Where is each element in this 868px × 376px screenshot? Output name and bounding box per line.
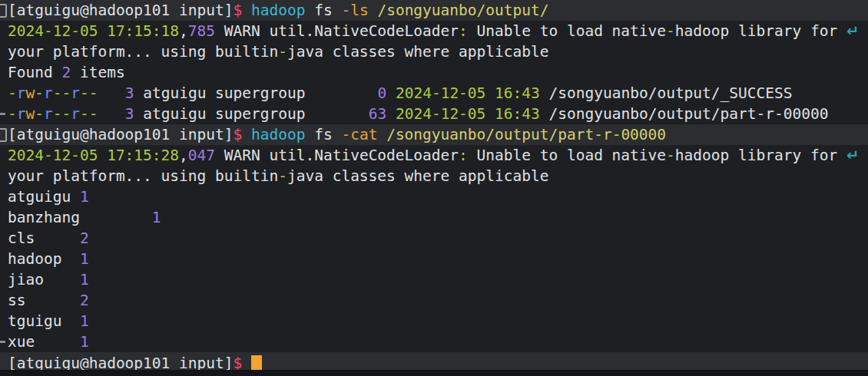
text-segment bbox=[386, 84, 396, 102]
text-segment: -cat bbox=[341, 126, 377, 143]
text-segment: hadoop bbox=[251, 2, 305, 19]
text-segment: w bbox=[26, 105, 35, 123]
terminal-line: Found 2 items bbox=[0, 62, 868, 83]
text-segment: fs bbox=[305, 126, 341, 143]
text-segment: atguigu supergroup bbox=[134, 105, 368, 123]
text-segment: w bbox=[26, 84, 35, 102]
text-segment: 3 bbox=[125, 105, 134, 123]
text-segment: [atguigu@hadoop101 input] bbox=[8, 126, 234, 143]
text-segment: - bbox=[278, 43, 287, 61]
command-block-marker-icon bbox=[0, 4, 7, 18]
terminal-line: banzhang 1 bbox=[0, 207, 868, 228]
text-segment: -ls bbox=[341, 2, 368, 19]
terminal-prompt-line: [atguigu@hadoop101 input]$ hadoop fs -ca… bbox=[0, 124, 868, 145]
text-segment: /songyuanbo/output/part-r-00000 bbox=[540, 105, 829, 123]
text-segment: $ bbox=[234, 126, 243, 143]
text-segment: your platform... using builtin bbox=[8, 167, 278, 185]
terminal-prompt-line: [atguigu@hadoop101 input]$ hadoop fs -ls… bbox=[0, 0, 868, 21]
text-segment: - bbox=[35, 105, 44, 123]
text-segment: 1 bbox=[80, 333, 89, 351]
text-segment: WARN util.NativeCodeLoader bbox=[215, 22, 459, 40]
block-boundary-dash-icon bbox=[0, 341, 5, 343]
text-segment: 047 bbox=[188, 147, 215, 164]
text-segment: atguigu bbox=[8, 188, 80, 206]
text-segment: : bbox=[459, 147, 468, 164]
text-segment: $ bbox=[234, 2, 243, 19]
terminal-line: jiao 1 bbox=[0, 269, 868, 290]
text-segment: java classes where applicable bbox=[287, 43, 548, 61]
terminal-line: tguigu 1 bbox=[0, 311, 868, 331]
text-segment: 785 bbox=[188, 22, 215, 40]
text-segment: Unable to load native bbox=[468, 147, 666, 164]
text-segment: -- bbox=[80, 105, 98, 123]
text-segment: java classes where applicable bbox=[287, 167, 548, 185]
terminal-line: atguigu 1 bbox=[0, 186, 868, 207]
terminal-line: -rw-r--r-- 3 atguigu supergroup 0 2024-1… bbox=[0, 83, 868, 104]
terminal-cursor bbox=[251, 355, 262, 371]
text-segment: 0 bbox=[377, 84, 386, 102]
terminal-line: 2024-12-05 17:15:18,785 WARN util.Native… bbox=[0, 21, 868, 41]
text-segment: - bbox=[666, 147, 675, 164]
text-segment bbox=[369, 2, 378, 19]
command-block-marker-icon bbox=[0, 128, 7, 142]
text-segment bbox=[98, 105, 124, 123]
text-segment: atguigu supergroup bbox=[134, 84, 377, 102]
text-segment: -- bbox=[53, 84, 71, 102]
text-segment bbox=[242, 126, 251, 143]
text-segment: /songyuanbo/output/ bbox=[377, 2, 548, 19]
text-segment: 2 bbox=[80, 292, 89, 309]
text-segment: 2 bbox=[80, 229, 89, 247]
text-segment: cls bbox=[8, 229, 80, 247]
text-segment: 63 bbox=[369, 105, 386, 123]
text-segment: ss bbox=[8, 292, 80, 309]
terminal-line: your platform... using builtin-java clas… bbox=[0, 41, 868, 62]
text-segment: banzhang bbox=[8, 209, 152, 226]
text-segment: 3 bbox=[125, 84, 134, 102]
text-segment: - bbox=[278, 167, 287, 185]
text-segment: 2024-12-05 16:43 bbox=[396, 84, 540, 102]
text-segment: hadoop library for bbox=[675, 22, 846, 40]
text-segment: /songyuanbo/output/_SUCCESS bbox=[540, 84, 793, 102]
text-segment: r bbox=[71, 84, 80, 102]
terminal-line: 2024-12-05 17:15:28,047 WARN util.Native… bbox=[0, 145, 868, 166]
text-segment: hadoop bbox=[8, 250, 80, 268]
terminal-screen[interactable]: [atguigu@hadoop101 input]$ hadoop fs -ls… bbox=[0, 0, 868, 376]
text-segment: r bbox=[44, 84, 53, 102]
terminal-line: hadoop 1 bbox=[0, 249, 868, 269]
block-boundary-dash-icon bbox=[0, 113, 5, 115]
text-segment: - bbox=[35, 84, 44, 102]
terminal-line: cls 2 bbox=[0, 228, 868, 249]
text-segment: 1 bbox=[80, 271, 89, 289]
terminal-line: ss 2 bbox=[0, 290, 868, 311]
text-segment: xue bbox=[8, 333, 80, 351]
text-segment: : bbox=[459, 22, 468, 40]
terminal-output: [atguigu@hadoop101 input]$ hadoop fs -ls… bbox=[0, 0, 868, 373]
text-segment: your platform... using builtin bbox=[8, 43, 278, 61]
line-wrap-icon: ↵ bbox=[846, 147, 859, 164]
terminal-line: xue 1 bbox=[0, 331, 868, 352]
text-segment: 2024-12-05 17:15:18 bbox=[8, 22, 179, 40]
text-segment bbox=[377, 126, 386, 143]
text-segment bbox=[386, 105, 396, 123]
text-segment: , bbox=[179, 22, 188, 40]
text-segment: 2024-12-05 16:43 bbox=[396, 105, 540, 123]
terminal-line: -rw-r--r-- 3 atguigu supergroup 63 2024-… bbox=[0, 104, 868, 124]
terminal-bottom-strip bbox=[0, 370, 868, 376]
text-segment: -- bbox=[80, 84, 98, 102]
text-segment: WARN util.NativeCodeLoader bbox=[215, 147, 459, 164]
text-segment: r bbox=[44, 105, 53, 123]
text-segment: 2 bbox=[61, 64, 71, 81]
text-segment: 1 bbox=[80, 188, 89, 206]
text-segment: 1 bbox=[80, 250, 89, 268]
text-segment: - bbox=[8, 105, 17, 123]
text-segment: r bbox=[17, 84, 26, 102]
text-segment bbox=[98, 84, 124, 102]
text-segment bbox=[242, 2, 251, 19]
text-segment: 2024-12-05 17:15:28 bbox=[8, 147, 179, 164]
text-segment: fs bbox=[305, 2, 341, 19]
text-segment: - bbox=[8, 84, 17, 102]
text-segment: 1 bbox=[152, 209, 161, 226]
text-segment: r bbox=[71, 105, 80, 123]
text-segment: hadoop library for bbox=[675, 147, 846, 164]
text-segment: jiao bbox=[8, 271, 80, 289]
